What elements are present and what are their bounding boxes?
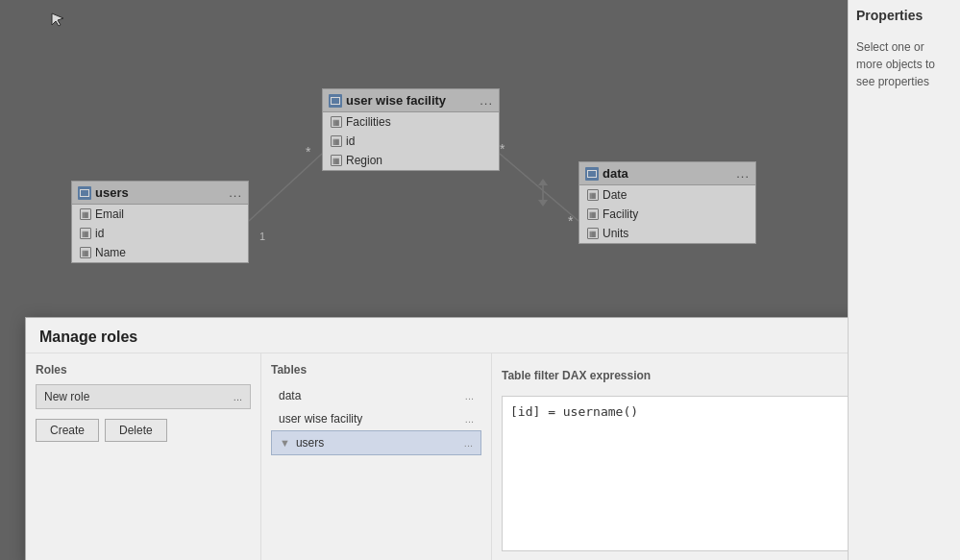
table-list-item-uwf-menu[interactable]: ... [465,413,474,425]
tables-label: Tables [271,363,481,377]
table-list-item-uwf-left: user wise facility [279,412,362,426]
tables-column: Tables data ... user wise facility ... ▼ [261,353,492,560]
table-list-item-data-name: data [279,389,301,402]
table-list-item-uwf-name: user wise facility [279,412,362,426]
roles-column: Roles New role ... Create Delete [26,353,261,560]
create-button[interactable]: Create [36,419,99,442]
new-role-item[interactable]: New role ... [36,384,251,409]
properties-title: Properties [856,8,952,23]
properties-description: Select one or more objects to see proper… [856,38,952,90]
table-list-item-data-menu[interactable]: ... [465,390,474,402]
dax-expression-editor[interactable]: [id] = username() [502,396,848,551]
roles-label: Roles [36,363,251,377]
filter-icon: ▼ [280,437,290,449]
delete-button[interactable]: Delete [105,419,167,442]
table-list-item-users-name: users [296,436,324,450]
dialog-title: Manage roles [39,329,137,346]
dialog-body: Roles New role ... Create Delete Tables … [26,353,848,560]
role-buttons: Create Delete [36,419,251,442]
new-role-menu[interactable]: ... [234,391,242,402]
dax-label: Table filter DAX expression [502,369,651,382]
dialog-header: Manage roles × [26,318,848,353]
table-list-item-users-left: ▼ users [280,436,324,450]
table-list-item-users[interactable]: ▼ users ... [271,430,481,455]
dax-header: Table filter DAX expression ✓ ✕ [502,363,848,388]
table-list-item-data-left: data [279,389,301,402]
table-list-item-uwf[interactable]: user wise facility ... [271,407,481,430]
new-role-text: New role [44,390,89,403]
dax-column: Table filter DAX expression ✓ ✕ [id] = u… [492,353,848,560]
manage-roles-dialog: Manage roles × Roles New role ... Create… [25,317,848,560]
canvas: 1 * * * users ... ▦ Email ▦ [0,0,848,560]
table-list-item-data[interactable]: data ... [271,384,481,407]
table-list-item-users-menu[interactable]: ... [464,437,473,449]
properties-panel: Properties Select one or more objects to… [848,0,960,560]
